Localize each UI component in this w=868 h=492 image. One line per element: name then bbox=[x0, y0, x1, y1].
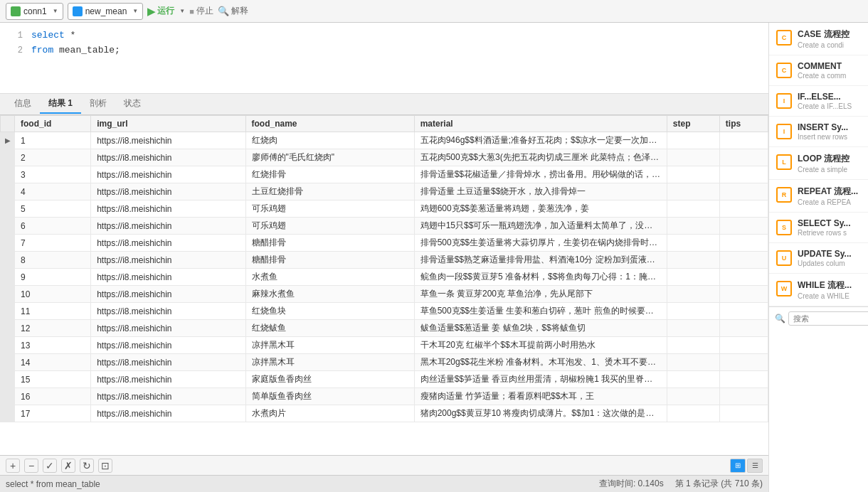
cell-tips bbox=[719, 183, 768, 200]
sidebar-content-while: WHILE 流程...Create a WHILE bbox=[798, 279, 861, 300]
table-row: 8https://i8.meishichin糖醋排骨排骨适量$$熟芝麻适量排骨用… bbox=[1, 252, 768, 269]
cell-material: 五花肉946g$$料酒适量;准备好五花肉；$$凉水一定要一次加够，也 bbox=[414, 132, 667, 149]
sidebar-content-ifelse: IF...ELSE...Create a IF...ELS bbox=[798, 92, 861, 110]
sidebar-subtitle-comment: Create a comm bbox=[798, 72, 861, 80]
row-marker bbox=[1, 388, 15, 405]
cell-material: 猪肉200g$$黄豆芽10 将瘦肉切成薄片。$$加1：这次做的是根据自！ bbox=[414, 405, 667, 422]
view-toggle: ⊞ ☰ bbox=[730, 459, 763, 473]
row-marker bbox=[1, 252, 15, 269]
cell-food_name: 糖醋排骨 bbox=[245, 252, 414, 269]
copy-button[interactable]: ⊡ bbox=[98, 459, 112, 473]
left-panel: 1 select * 2 from mean_table; 信息 结果 1 剖析… bbox=[0, 23, 768, 492]
table-row: 7https://i8.meishichin糖醋排骨排骨500克$$生姜适量将大… bbox=[1, 235, 768, 252]
cell-step bbox=[667, 269, 719, 286]
cell-material: 五花肉500克$$大葱3(先把五花肉切成三厘米 此菜特点；色泽枣红洼 bbox=[414, 149, 667, 166]
cell-tips bbox=[719, 354, 768, 371]
cell-step bbox=[667, 388, 719, 405]
cell-food_name: 凉拌黑木耳 bbox=[245, 337, 414, 354]
cell-step bbox=[667, 371, 719, 388]
sidebar-subtitle-ifelse: Create a IF...ELS bbox=[798, 102, 861, 110]
add-row-button[interactable]: + bbox=[6, 459, 20, 473]
row-marker bbox=[1, 371, 15, 388]
tab-result1[interactable]: 结果 1 bbox=[40, 95, 81, 114]
connection-name: conn1 bbox=[23, 6, 47, 16]
stop-label: 停止 bbox=[196, 5, 213, 17]
grid-view-button[interactable]: ⊞ bbox=[730, 459, 746, 473]
cell-food_id: 5 bbox=[15, 200, 91, 218]
sidebar-icon-loop: L bbox=[776, 154, 792, 170]
col-header-food_id[interactable]: food_id bbox=[15, 116, 91, 132]
sidebar-item-insert[interactable]: IINSERT Sy...Insert new rows bbox=[769, 117, 868, 147]
explain-button[interactable]: 🔍 解释 bbox=[218, 5, 248, 17]
sidebar-item-ifelse[interactable]: IIF...ELSE...Create a IF...ELS bbox=[769, 86, 868, 117]
cell-food_id: 2 bbox=[15, 149, 91, 166]
table-row: 9https://i8.meishichin水煮鱼鲩鱼肉一段$$黄豆芽5 准备材… bbox=[1, 269, 768, 286]
remove-row-button[interactable]: − bbox=[24, 459, 38, 473]
search-icon: 🔍 bbox=[775, 314, 785, 323]
sidebar-item-loop[interactable]: LLOOP 流程控Create a simple bbox=[769, 147, 868, 180]
cell-material: 黑木耳20g$$花生米粉 准备材料。木耳泡发、1、烫木耳不要实践太！ bbox=[414, 354, 667, 371]
table-row: 11https://i8.meishichin红烧鱼块草鱼500克$$生姜适量 … bbox=[1, 303, 768, 320]
col-header-material[interactable]: material bbox=[414, 116, 667, 132]
connection-selector[interactable]: conn1 ▼ bbox=[6, 3, 63, 20]
cell-step bbox=[667, 166, 719, 183]
results-tab-bar: 信息 结果 1 剖析 状态 bbox=[0, 94, 768, 115]
sidebar-item-update[interactable]: UUPDATE Sy...Updates colum bbox=[769, 243, 868, 274]
cell-food_id: 15 bbox=[15, 371, 91, 388]
confirm-button[interactable]: ✓ bbox=[43, 459, 57, 473]
run-button[interactable]: ▶ 运行 ▼ bbox=[147, 5, 185, 17]
sidebar-item-select[interactable]: SSELECT Sy...Retrieve rows s bbox=[769, 213, 868, 243]
row-marker bbox=[1, 286, 15, 303]
cell-material: 鲩鱼肉一段$$黄豆芽5 准备材料，$$将鱼肉每刀心得：1：腌鱼片时的 bbox=[414, 269, 667, 286]
sidebar-item-repeat[interactable]: RREPEAT 流程...Create a REPEA bbox=[769, 180, 868, 213]
cell-img_url: https://i8.meishichin bbox=[91, 286, 245, 303]
col-header-img_url[interactable]: img_url bbox=[91, 116, 245, 132]
cell-food_name: 简单版鱼香肉丝 bbox=[245, 388, 414, 405]
tab-analyze[interactable]: 剖析 bbox=[81, 95, 115, 114]
sidebar-item-comment[interactable]: CCOMMENTCreate a comm bbox=[769, 55, 868, 86]
stop-button[interactable]: ■ 停止 bbox=[189, 5, 213, 17]
cell-img_url: https://i8.meishichin bbox=[91, 388, 245, 405]
cell-img_url: https://i8.meishichin bbox=[91, 354, 245, 371]
cell-img_url: https://i8.meishichin bbox=[91, 303, 245, 320]
sidebar-item-case[interactable]: CCASE 流程控Create a condi bbox=[769, 23, 868, 55]
tab-status[interactable]: 状态 bbox=[115, 95, 149, 114]
refresh-button[interactable]: ↻ bbox=[80, 459, 94, 473]
status-time: 查询时间: 0.140s bbox=[599, 478, 664, 490]
sidebar-subtitle-update: Updates colum bbox=[798, 260, 861, 267]
status-query: select * from mean_table bbox=[6, 479, 588, 489]
code-editor[interactable]: 1 select * 2 from mean_table; bbox=[0, 23, 768, 94]
results-table-area[interactable]: food_id img_url food_name material step … bbox=[0, 115, 768, 455]
row-marker: ▶ bbox=[1, 132, 15, 149]
cancel-button[interactable]: ✗ bbox=[61, 459, 75, 473]
col-header-tips[interactable]: tips bbox=[719, 116, 768, 132]
database-selector[interactable]: new_mean ▼ bbox=[68, 3, 144, 20]
col-header-food_name[interactable]: food_name bbox=[245, 116, 414, 132]
row-marker bbox=[1, 183, 15, 200]
table-row: ▶1https://i8.meishichin红烧肉五花肉946g$$料酒适量;… bbox=[1, 132, 768, 149]
list-view-button[interactable]: ☰ bbox=[747, 459, 763, 473]
sidebar-icon-repeat: R bbox=[776, 187, 792, 203]
tab-info[interactable]: 信息 bbox=[6, 95, 40, 114]
cell-img_url: https://i8.meishichin bbox=[91, 371, 245, 388]
cell-material: 排骨适量$$熟芝麻适量排骨用盐、料酒淹10分 淀粉加到蛋液里拌匀了 bbox=[414, 252, 667, 269]
cell-step bbox=[667, 405, 719, 422]
search-input[interactable] bbox=[788, 311, 868, 326]
cell-tips bbox=[719, 149, 768, 166]
table-row: 17https://i8.meishichin水煮肉片猪肉200g$$黄豆芽10… bbox=[1, 405, 768, 422]
editor-line-1: 1 select * bbox=[0, 28, 768, 43]
cell-tips bbox=[719, 166, 768, 183]
sidebar-icon-select: S bbox=[776, 220, 792, 235]
table-row: 2https://i8.meishichin廖师傅的"毛氏红烧肉"五花肉500克… bbox=[1, 149, 768, 166]
col-header-step[interactable]: step bbox=[667, 116, 719, 132]
sidebar-content-case: CASE 流程控Create a condi bbox=[798, 28, 861, 49]
connection-icon bbox=[11, 6, 21, 16]
cell-img_url: https://i8.meishichin bbox=[91, 320, 245, 337]
cell-step bbox=[667, 337, 719, 354]
cell-step bbox=[667, 132, 719, 149]
sidebar-item-while[interactable]: WWHILE 流程...Create a WHILE bbox=[769, 274, 868, 306]
cell-step bbox=[667, 252, 719, 269]
cell-food_id: 9 bbox=[15, 269, 91, 286]
cell-material: 草鱼500克$$生姜适量 生姜和葱白切碎，葱叶 煎鱼的时候要油温高一 bbox=[414, 303, 667, 320]
results-wrapper: food_id img_url food_name material step … bbox=[0, 115, 768, 455]
